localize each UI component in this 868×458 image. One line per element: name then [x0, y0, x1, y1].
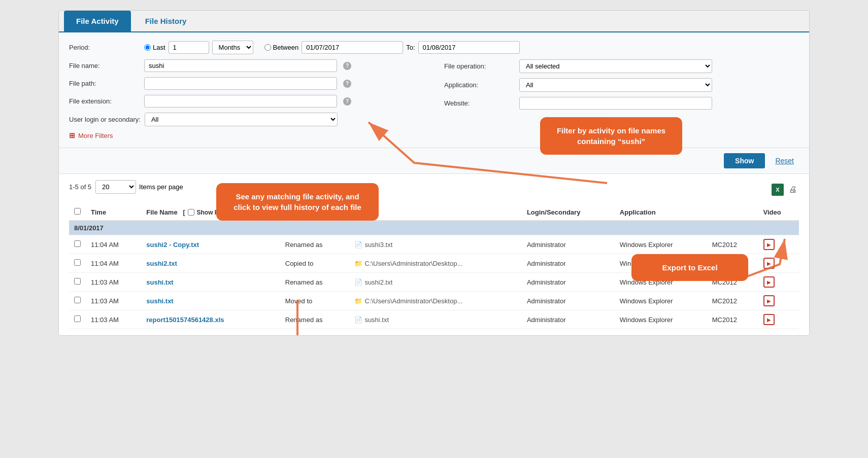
row-operation: Copied to	[280, 254, 350, 273]
row-computer: MC2012	[707, 292, 758, 310]
row-checkbox[interactable]	[74, 259, 81, 266]
row-checkbox-cell	[69, 292, 86, 310]
user-login-select[interactable]: All	[145, 113, 338, 126]
file-name-input[interactable]	[144, 59, 337, 72]
file-link[interactable]: sushi2 - Copy.txt	[146, 241, 199, 249]
row-time: 11:04 AM	[86, 235, 141, 254]
detail-type-icon: 📁	[354, 260, 362, 267]
row-details: 📁C:\Users\Administrator\Desktop...	[349, 254, 522, 273]
table-row: 11:03 AM report1501574561428.xls Renamed…	[69, 310, 799, 329]
show-path-checkbox[interactable]	[188, 209, 194, 216]
file-extension-help-icon: ?	[343, 97, 351, 105]
col-computer	[707, 204, 758, 221]
row-login: Administrator	[522, 254, 615, 273]
row-checkbox[interactable]	[74, 240, 81, 247]
between-radio-label[interactable]: Between	[264, 44, 299, 51]
user-login-label: User login or secondary:	[69, 116, 141, 123]
row-details: 📁C:\Users\Administrator\Desktop...	[349, 292, 522, 310]
row-login: Administrator	[522, 310, 615, 329]
video-button[interactable]: ▶	[763, 314, 775, 325]
action-row: Show Reset	[59, 148, 809, 174]
more-filters[interactable]: ⊞ More Filters	[69, 131, 799, 139]
filter-area: Period: Last Months Days Weeks Years Bet…	[59, 32, 809, 148]
last-radio-label[interactable]: Last	[144, 44, 165, 51]
video-button[interactable]: ▶	[763, 239, 775, 250]
table-row: 11:04 AM sushi2.txt Copied to 📁C:\Users\…	[69, 254, 799, 273]
detail-type-icon: 📄	[354, 241, 362, 249]
plus-icon: ⊞	[69, 131, 75, 139]
row-checkbox-cell	[69, 310, 86, 329]
row-application: Windows Explorer	[615, 292, 707, 310]
file-link[interactable]: sushi2.txt	[146, 260, 177, 267]
website-input[interactable]	[519, 97, 712, 110]
col-time: Time	[86, 204, 141, 221]
last-label: Last	[153, 44, 165, 51]
last-radio[interactable]	[144, 44, 151, 51]
table-controls: 1-5 of 5 20 50 100 Items per page	[69, 180, 772, 194]
file-extension-input[interactable]	[144, 95, 337, 108]
file-path-input[interactable]	[144, 77, 337, 90]
row-time: 11:03 AM	[86, 310, 141, 329]
last-value-input[interactable]	[169, 41, 209, 54]
file-link[interactable]: report1501574561428.xls	[146, 316, 224, 324]
file-path-row: File path: ?	[69, 77, 424, 90]
user-login-row: User login or secondary: All	[69, 113, 424, 126]
application-select[interactable]: All	[519, 78, 712, 92]
col-details: Details	[349, 204, 522, 221]
file-link[interactable]: sushi.txt	[146, 278, 173, 286]
row-login: Administrator	[522, 273, 615, 292]
col-application: Application	[615, 204, 707, 221]
row-video: ▶	[758, 292, 799, 310]
file-operation-select[interactable]: All selected Read Write Delete Rename	[519, 59, 712, 73]
file-name-label: File name:	[69, 62, 140, 69]
reset-button[interactable]: Reset	[770, 153, 799, 168]
file-operation-label: File operation:	[444, 62, 515, 70]
file-operation-row: File operation: All selected Read Write …	[444, 59, 799, 73]
application-label: Application:	[444, 81, 515, 89]
show-path-label: Show Path	[197, 209, 228, 216]
video-button[interactable]: ▶	[763, 276, 775, 288]
tab-file-activity[interactable]: File Activity	[64, 11, 131, 31]
detail-type-icon: 📁	[354, 297, 362, 305]
export-icons: X 🖨	[772, 184, 799, 196]
row-time: 11:04 AM	[86, 254, 141, 273]
row-checkbox-cell	[69, 273, 86, 292]
months-select[interactable]: Months Days Weeks Years	[212, 41, 253, 54]
tab-file-history[interactable]: File History	[133, 11, 199, 31]
website-label: Website:	[444, 99, 515, 107]
table-area: 1-5 of 5 20 50 100 Items per page X 🖨	[59, 174, 809, 335]
items-per-page-select[interactable]: 20 50 100	[95, 180, 136, 194]
items-per-page: 20 50 100 Items per page	[95, 180, 183, 194]
file-name-help-icon: ?	[343, 62, 351, 70]
between-from-input[interactable]	[302, 41, 403, 54]
video-button[interactable]: ▶	[763, 258, 775, 269]
row-video: ▶	[758, 273, 799, 292]
row-details: 📄sushi2.txt	[349, 273, 522, 292]
row-video: ▶	[758, 235, 799, 254]
file-name-row: File name: ?	[69, 59, 424, 72]
row-filename: sushi2.txt	[141, 254, 280, 273]
tabs-bar: File Activity File History	[59, 11, 809, 32]
row-checkbox[interactable]	[74, 278, 81, 285]
row-checkbox[interactable]	[74, 297, 81, 303]
row-checkbox[interactable]	[74, 315, 81, 322]
show-button[interactable]: Show	[724, 153, 765, 168]
application-row: Application: All	[444, 78, 799, 92]
period-row: Period: Last Months Days Weeks Years Bet…	[69, 41, 799, 54]
items-per-page-label: Items per page	[139, 183, 183, 191]
select-all-checkbox[interactable]	[74, 208, 81, 215]
between-to-input[interactable]	[418, 41, 520, 54]
row-application: Windows Explorer	[615, 235, 707, 254]
between-radio[interactable]	[264, 44, 271, 51]
table-row: 11:03 AM sushi.txt Moved to 📁C:\Users\Ad…	[69, 292, 799, 310]
video-button[interactable]: ▶	[763, 295, 775, 306]
file-link[interactable]: sushi.txt	[146, 297, 173, 305]
row-operation: Moved to	[280, 292, 350, 310]
row-operation: Renamed as	[280, 235, 350, 254]
main-container: File Activity File History Period: Last …	[58, 10, 810, 336]
excel-export-icon[interactable]: X	[772, 184, 784, 196]
print-icon[interactable]: 🖨	[787, 184, 799, 196]
row-time: 11:03 AM	[86, 273, 141, 292]
row-computer: MC2012	[707, 310, 758, 329]
more-filters-label: More Filters	[78, 132, 113, 139]
